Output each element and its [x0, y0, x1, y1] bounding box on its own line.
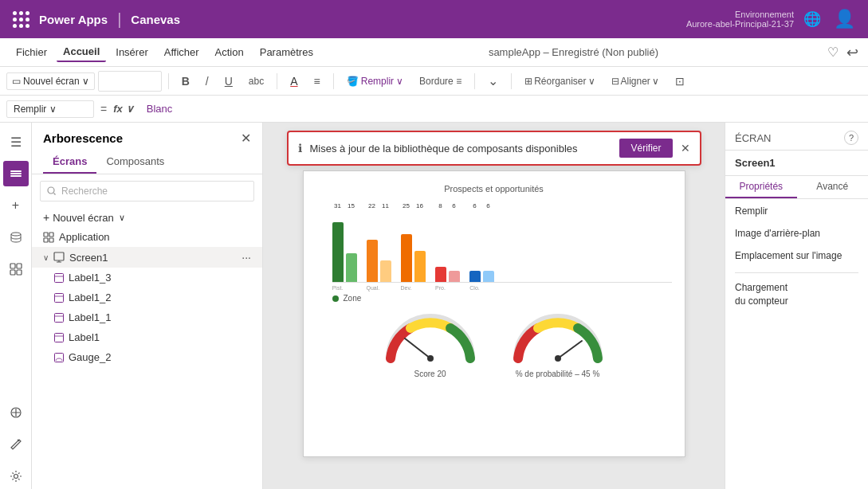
tree-item-label1-2[interactable]: Label1_2 — [32, 288, 262, 307]
svg-rect-12 — [49, 233, 53, 237]
formulabar: Remplir ∨ = fx ∨ Blanc — [0, 96, 868, 123]
undo-icon[interactable]: ↩ — [846, 44, 858, 61]
gauge-row: Score 20 — [316, 311, 672, 378]
tab-screens[interactable]: Écrans — [43, 151, 96, 174]
close-notification-button[interactable]: ✕ — [681, 142, 690, 155]
svg-rect-15 — [54, 252, 64, 260]
menu-home[interactable]: Accueil — [57, 42, 106, 62]
profile-icon[interactable]: 👤 — [834, 9, 855, 29]
bar-orange-1 — [367, 240, 378, 282]
menu-settings[interactable]: Paramètres — [253, 43, 320, 61]
new-screen-label: Nouvel écran — [53, 212, 114, 224]
fx-button[interactable]: fx ∨ — [113, 103, 134, 115]
underline-button[interactable]: U — [218, 72, 239, 90]
property-selector[interactable]: Remplir ∨ — [6, 100, 94, 118]
settings-icon[interactable] — [3, 464, 29, 489]
svg-line-27 — [558, 341, 582, 358]
tree-panel: Arborescence ✕ Écrans Composants + Nouve… — [32, 123, 263, 489]
plus-icon[interactable]: + — [3, 193, 29, 218]
label-icon — [54, 293, 64, 303]
tab-components[interactable]: Composants — [96, 151, 174, 174]
tree-item-label1-1[interactable]: Label1_1 — [32, 307, 262, 327]
bottom-icon2[interactable] — [3, 432, 29, 457]
env-value: Aurore-abel-Principal-21-37 — [686, 19, 794, 29]
svg-rect-1 — [10, 173, 22, 174]
fill-button[interactable]: 🪣 Remplir ∨ — [340, 73, 410, 89]
globe-icon[interactable]: 🌐 — [803, 10, 821, 28]
menu-insert[interactable]: Insérer — [109, 43, 154, 61]
help-icon[interactable]: ? — [844, 131, 858, 145]
menubar: Fichier Accueil Insérer Afficher Action … — [0, 38, 868, 67]
topbar-icons: 🌐 👤 — [803, 9, 855, 29]
border-button[interactable]: Bordure ≡ — [413, 73, 468, 89]
x-label: Qual. — [367, 285, 378, 291]
verify-button[interactable]: Vérifier — [619, 139, 672, 158]
prop-placement[interactable]: Emplacement sur l'image — [735, 250, 858, 261]
more-options-button[interactable]: ··· — [242, 251, 251, 264]
more2-button[interactable]: ⊡ — [669, 72, 691, 90]
prop-background[interactable]: Image d'arrière-plan — [735, 228, 858, 239]
app-title-text: sampleApp – Enregistré (Non publié) — [489, 46, 658, 58]
tree-item-label1[interactable]: Label1 — [32, 327, 262, 347]
tab-advanced[interactable]: Avancé — [797, 176, 869, 198]
screen-canvas[interactable]: Prospects et opportunités 31 15 22 11 25 — [303, 170, 685, 457]
database-icon[interactable] — [3, 225, 29, 250]
label1-2-text: Label1_2 — [69, 291, 112, 303]
prop-loading[interactable]: Chargement du compteur — [735, 272, 858, 308]
bar-lightblue-1 — [483, 271, 494, 282]
more-button[interactable]: ⌄ — [481, 71, 505, 91]
bottom-icon1[interactable] — [3, 400, 29, 425]
tab-properties[interactable]: Propriétés — [725, 176, 797, 198]
align-btn[interactable]: ⊟ Aligner ∨ — [605, 73, 666, 89]
arrange-button[interactable]: ⊞ Réorganiser ∨ — [518, 73, 601, 89]
separator3 — [333, 73, 334, 89]
strikethrough-button[interactable]: abc — [242, 73, 270, 89]
heart-icon[interactable]: ♡ — [827, 45, 839, 60]
search-input[interactable] — [61, 186, 247, 197]
layers-icon[interactable] — [3, 161, 29, 186]
legend-label: Zone — [344, 294, 362, 303]
tree-item-label1-3[interactable]: Label1_3 — [32, 268, 262, 288]
components-icon[interactable] — [3, 256, 29, 282]
menu-file[interactable]: Fichier — [10, 43, 53, 61]
tree-close-button[interactable]: ✕ — [241, 131, 251, 146]
menu-action[interactable]: Action — [209, 43, 250, 61]
menu-view[interactable]: Afficher — [158, 43, 206, 61]
plus-icon: + — [43, 211, 49, 224]
bar-val: 6 — [449, 202, 460, 209]
bar-lightorange-1 — [380, 260, 391, 282]
waffle-icon[interactable] — [13, 11, 29, 28]
font-dropdown[interactable] — [98, 71, 162, 92]
new-screen-label: Nouvel écran — [23, 76, 80, 87]
align-button[interactable]: ≡ — [308, 72, 327, 90]
bar-val: 15 — [346, 202, 357, 209]
chevron-down-icon: ∨ — [119, 213, 125, 223]
bar-val: 22 — [367, 202, 378, 209]
label1-1-text: Label1_1 — [69, 311, 112, 323]
tree-item-screen1[interactable]: ∨ Screen1 ··· — [32, 247, 262, 268]
fill-label: Remplir — [361, 76, 394, 87]
x-label: Pro. — [435, 285, 446, 291]
new-screen-button[interactable]: ▭ Nouvel écran ∨ — [6, 72, 95, 90]
tree-item-gauge2[interactable]: Gauge_2 — [32, 347, 262, 367]
separator2 — [277, 73, 277, 89]
formula-value[interactable]: Blanc — [140, 103, 862, 115]
bar-val: 25 — [401, 202, 412, 209]
bar-red-1 — [435, 267, 446, 282]
align-icon: ⊟ — [611, 76, 619, 87]
prop-fill[interactable]: Remplir — [735, 205, 858, 217]
x-label — [380, 285, 391, 291]
font-color-button[interactable]: A — [284, 72, 304, 90]
menu-icon[interactable]: ☰ — [3, 129, 29, 155]
italic-button[interactable]: / — [199, 72, 215, 90]
label1-3-text: Label1_3 — [69, 272, 112, 284]
bar-lightred-1 — [449, 271, 460, 282]
screen-icon: ▭ — [12, 76, 21, 87]
x-label — [414, 285, 426, 291]
tree-item-application[interactable]: Application — [32, 227, 262, 247]
chevron-icon: ∨ — [126, 103, 134, 115]
new-screen-tree-button[interactable]: + Nouvel écran ∨ — [32, 208, 262, 227]
bold-button[interactable]: B — [175, 72, 196, 90]
x-label — [449, 285, 460, 291]
bar-val: 11 — [380, 202, 391, 209]
